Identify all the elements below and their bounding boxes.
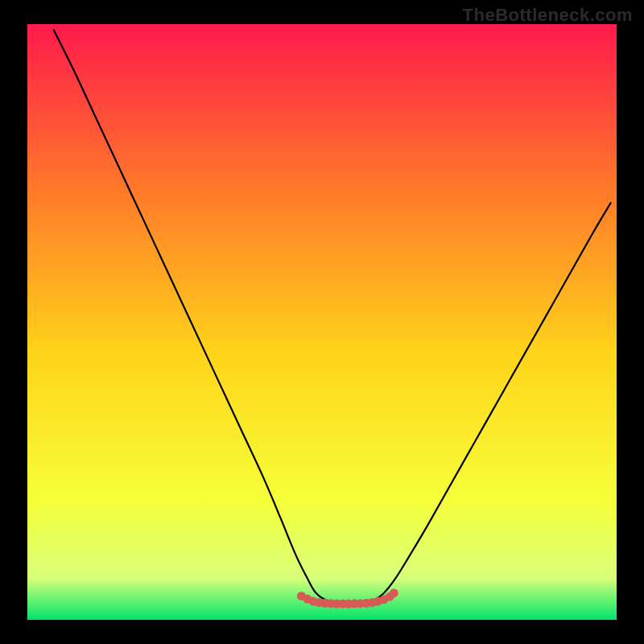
trough-dot [390, 588, 398, 597]
bottleneck-chart [0, 0, 644, 644]
watermark-text: TheBottleneck.com [463, 5, 633, 26]
chart-stage: TheBottleneck.com [0, 0, 644, 644]
plot-area [27, 24, 617, 620]
